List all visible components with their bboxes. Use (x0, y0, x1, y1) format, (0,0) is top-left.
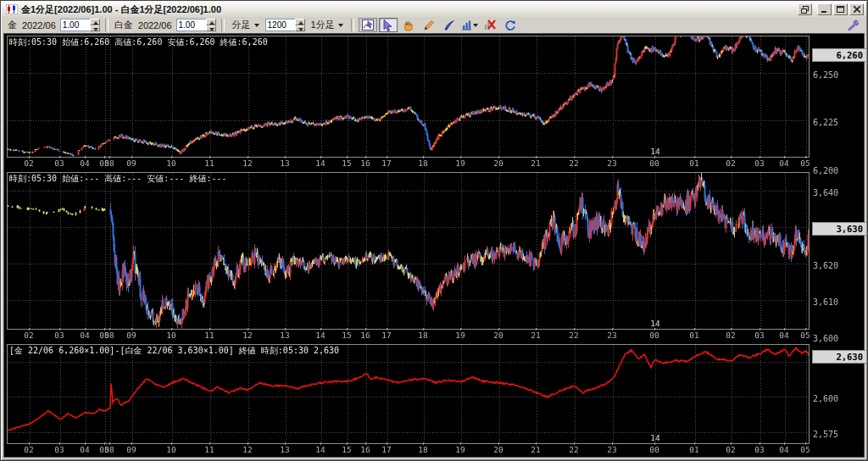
date-marker: 14 (650, 433, 659, 442)
minimize-button[interactable] (817, 3, 832, 15)
toolbar-separator (351, 19, 354, 31)
y-axis-label: 6,225 (813, 118, 838, 127)
window-title: 金1分足[2022/06]1.00 - 白金1分足[2022/06]1.00 (21, 3, 798, 16)
settings-button[interactable] (843, 18, 862, 32)
pencil-icon (423, 19, 435, 31)
chart-window: 金1分足[2022/06]1.00 - 白金1分足[2022/06]1.00 (0, 0, 868, 461)
time-axis-label: 16 (360, 158, 370, 168)
platinum-multiplier-input[interactable] (176, 19, 206, 31)
pencil-tool-button[interactable] (420, 18, 438, 32)
delete-drawings-button[interactable] (481, 18, 499, 32)
chart-type-icon (461, 19, 472, 31)
platinum-time-axis: 0203040508091011121314151617181920212223… (7, 330, 810, 342)
current-price-box: 3,630 (812, 222, 867, 236)
restore-icon (801, 6, 809, 14)
current-price-box: 6,260 (812, 48, 867, 62)
close-button[interactable] (849, 3, 864, 15)
time-axis-label: 10 (166, 445, 175, 454)
time-axis-label: 22 (569, 330, 578, 340)
chart-region: 14 時刻:05:30 始値:6,260 高値:6,260 安値:6,260 終… (3, 33, 865, 458)
time-axis-label: 22 (569, 158, 578, 168)
time-axis-label: 05 (800, 445, 810, 454)
bar-count-input[interactable] (265, 19, 295, 31)
time-axis-label: 21 (531, 158, 540, 168)
time-axis-label: 14 (315, 158, 325, 168)
time-axis-label: 03 (54, 445, 64, 454)
interval-label: 1分足 (311, 19, 335, 31)
time-axis-label: 11 (204, 445, 214, 454)
time-axis-label: 03 (754, 330, 764, 340)
time-axis-label: 18 (418, 445, 427, 454)
time-axis-label: 14 (315, 445, 325, 454)
pen-icon (443, 19, 455, 31)
time-axis-label: 15 (342, 445, 351, 454)
app-candlestick-icon (6, 4, 18, 14)
time-axis-label: 04 (779, 158, 788, 168)
time-axis-label: 23 (607, 158, 616, 168)
time-axis-label: 03 (754, 158, 764, 168)
close-icon (854, 6, 860, 13)
refresh-icon (504, 19, 516, 31)
platinum-candle-chart-canvas[interactable] (8, 173, 809, 329)
time-axis-label: 08 (104, 330, 114, 340)
time-axis-label: 16 (360, 445, 370, 454)
gold-chart-plot[interactable]: 14 (7, 36, 810, 158)
time-axis-label: 11 (204, 330, 214, 340)
time-axis-label: 03 (54, 330, 64, 340)
maximize-button[interactable] (833, 3, 848, 15)
time-axis-label: 05 (800, 158, 810, 168)
interval-dropdown[interactable]: 1分足 (309, 18, 346, 32)
gold-multiplier-spinner (60, 19, 100, 31)
chart-type-button[interactable] (460, 18, 479, 32)
bar-count-down-arrow[interactable] (295, 25, 305, 32)
y-axis-label: 3,640 (813, 188, 838, 197)
toolbar-separator (221, 19, 225, 31)
settings-wrench-icon (847, 19, 859, 31)
delete-drawings-icon (484, 19, 496, 31)
time-axis-label: 04 (80, 158, 89, 168)
bar-type-dropdown[interactable]: 分足 (230, 18, 262, 32)
bar-count-up-arrow[interactable] (295, 19, 305, 25)
time-axis-label: 00 (649, 330, 659, 340)
platinum-multiplier-up-arrow[interactable] (206, 19, 216, 25)
select-tool-button[interactable] (379, 18, 398, 32)
select-arrow-icon (382, 19, 393, 31)
restore-window-button[interactable] (798, 3, 812, 15)
time-axis-label: 20 (493, 330, 503, 340)
gold-ohlc-readout: 時刻:05:30 始値:6,260 高値:6,260 安値:6,260 終値:6… (9, 36, 268, 48)
time-axis-label: 23 (607, 445, 616, 454)
pan-tool-button[interactable] (399, 18, 418, 32)
title-bar[interactable]: 金1分足[2022/06]1.00 - 白金1分足[2022/06]1.00 (2, 2, 866, 18)
gold-multiplier-up-arrow[interactable] (90, 19, 100, 25)
gold-time-axis: 0203040508091011121314151617181920212223… (7, 158, 810, 169)
spread-readout: [金 22/06 6,260×1.00]-[白金 22/06 3,630×1.0… (9, 345, 339, 357)
pen-tool-button[interactable] (440, 18, 459, 32)
chevron-down-icon (473, 24, 478, 27)
gold-multiplier-input[interactable] (60, 19, 90, 31)
platinum-chart-plot[interactable]: 14 (7, 172, 810, 330)
chevron-down-icon (338, 24, 343, 27)
spread-chart-plot[interactable]: 14 (7, 344, 810, 444)
platinum-chart-panel: 14 時刻:05:30 始値:--- 高値:--- 安値:--- 終値:--- … (7, 172, 862, 342)
platinum-multiplier-down-arrow[interactable] (206, 25, 216, 32)
time-axis-label: 05 (800, 330, 810, 340)
gold-month-label: 2022/06 (22, 20, 56, 31)
gold-symbol-label: 金 (8, 19, 17, 31)
gold-price-axis: 6,2506,2256,2006,260 (811, 36, 862, 169)
date-marker: 14 (650, 319, 659, 328)
gold-candle-chart-canvas[interactable] (8, 36, 809, 157)
gold-multiplier-down-arrow[interactable] (90, 25, 100, 32)
platinum-multiplier-spinner (176, 19, 216, 31)
spread-line-chart-canvas[interactable] (8, 345, 809, 443)
time-axis-label: 17 (381, 330, 391, 340)
data-window-button[interactable] (359, 18, 377, 32)
time-axis-label: 04 (80, 330, 89, 340)
time-axis-label: 00 (649, 445, 659, 454)
refresh-button[interactable] (501, 18, 520, 32)
time-axis-label: 23 (607, 330, 616, 340)
toolbar-separator (105, 19, 108, 31)
time-axis-label: 21 (531, 445, 540, 454)
time-axis-label: 02 (24, 158, 33, 168)
y-axis-label: 2,575 (813, 430, 838, 439)
time-axis-label: 12 (242, 158, 252, 168)
